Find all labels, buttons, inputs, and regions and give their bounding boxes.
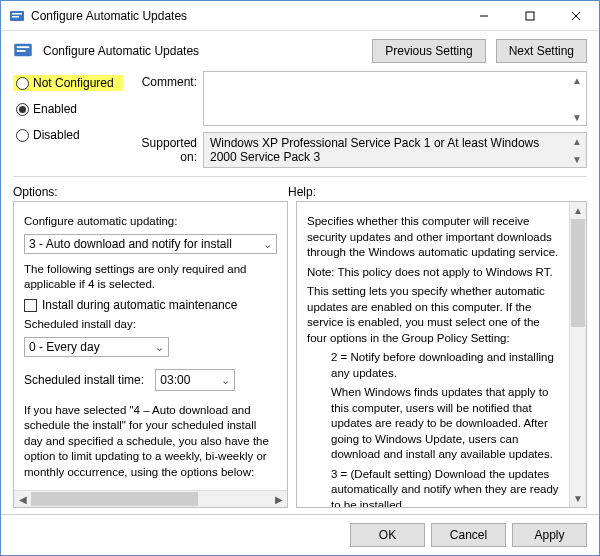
footer: OK Cancel Apply [1, 514, 599, 555]
dropdown-value: 3 - Auto download and notify for install [29, 237, 232, 251]
dropdown-value: 03:00 [160, 372, 190, 388]
minimize-button[interactable] [461, 1, 507, 31]
options-footnote: If you have selected "4 – Auto download … [24, 403, 277, 481]
checkbox-icon [24, 299, 37, 312]
scroll-up-icon[interactable]: ▲ [569, 73, 585, 87]
comment-textarea[interactable]: ▲ ▼ [203, 71, 587, 126]
supported-on-field: Windows XP Professional Service Pack 1 o… [203, 132, 587, 168]
supported-on-label: Supported on: [123, 136, 203, 164]
scheduled-time-dropdown[interactable]: 03:00 [155, 369, 235, 391]
svg-rect-1 [12, 13, 22, 15]
help-text: 3 = (Default setting) Download the updat… [307, 467, 559, 507]
radio-icon [16, 77, 29, 90]
window-title: Configure Automatic Updates [31, 9, 461, 23]
titlebar: Configure Automatic Updates [1, 1, 599, 31]
radio-disabled[interactable]: Disabled [13, 127, 123, 143]
ok-button[interactable]: OK [350, 523, 425, 547]
dropdown-value: 0 - Every day [29, 340, 100, 354]
scroll-left-icon[interactable]: ◀ [14, 491, 31, 507]
configure-updating-dropdown[interactable]: 3 - Auto download and notify for install [24, 234, 277, 254]
chevron-down-icon [263, 237, 272, 251]
close-button[interactable] [553, 1, 599, 31]
help-body: Specifies whether this computer will rec… [297, 202, 569, 507]
checkbox-label: Install during automatic maintenance [42, 298, 237, 312]
install-maintenance-checkbox[interactable]: Install during automatic maintenance [24, 297, 277, 314]
help-text: Specifies whether this computer will rec… [307, 214, 559, 261]
scrollbar-track[interactable] [31, 491, 270, 507]
panels: Configure automatic updating: 3 - Auto d… [1, 201, 599, 514]
header-icon [13, 40, 33, 63]
svg-rect-9 [17, 50, 26, 52]
radio-label: Disabled [33, 128, 80, 142]
previous-setting-button[interactable]: Previous Setting [372, 39, 485, 63]
chevron-down-icon [155, 340, 164, 354]
maximize-button[interactable] [507, 1, 553, 31]
help-text: When Windows finds updates that apply to… [307, 385, 559, 463]
scheduled-time-row: Scheduled install time: 03:00 [24, 365, 277, 399]
separator [13, 176, 587, 177]
scrollbar-thumb[interactable] [571, 219, 585, 327]
horizontal-scrollbar[interactable]: ◀ ▶ [14, 490, 287, 507]
options-panel: Configure automatic updating: 3 - Auto d… [13, 201, 288, 508]
scroll-up-icon[interactable]: ▲ [570, 202, 586, 219]
scheduled-time-label: Scheduled install time: [24, 373, 144, 387]
apply-button[interactable]: Apply [512, 523, 587, 547]
scroll-down-icon[interactable]: ▼ [569, 152, 585, 166]
scroll-down-icon[interactable]: ▼ [570, 490, 586, 507]
radio-label: Enabled [33, 102, 77, 116]
help-text: This setting lets you specify whether au… [307, 284, 559, 346]
help-label: Help: [288, 185, 316, 199]
help-panel: Specifies whether this computer will rec… [296, 201, 587, 508]
scrollbar-thumb[interactable] [31, 492, 198, 506]
page-title: Configure Automatic Updates [43, 44, 362, 58]
radio-not-configured[interactable]: Not Configured [13, 75, 123, 91]
options-note: The following settings are only required… [24, 262, 277, 293]
scheduled-day-label: Scheduled install day: [24, 317, 277, 333]
vertical-scrollbar[interactable]: ▲ ▼ [569, 202, 586, 507]
radio-icon [16, 129, 29, 142]
chevron-down-icon [221, 372, 230, 388]
header-row: Configure Automatic Updates Previous Set… [1, 31, 599, 71]
scrollbar-track[interactable] [570, 219, 586, 490]
scroll-down-icon[interactable]: ▼ [569, 110, 585, 124]
options-label: Options: [13, 185, 288, 199]
config-area: Not Configured Enabled Disabled Comment:… [1, 71, 599, 176]
svg-rect-2 [12, 16, 19, 18]
app-icon [9, 8, 25, 24]
radio-column: Not Configured Enabled Disabled [13, 71, 123, 168]
scheduled-day-dropdown[interactable]: 0 - Every day [24, 337, 169, 357]
next-setting-button[interactable]: Next Setting [496, 39, 587, 63]
supported-on-text: Windows XP Professional Service Pack 1 o… [210, 136, 580, 164]
cancel-button[interactable]: Cancel [431, 523, 506, 547]
svg-rect-4 [526, 12, 534, 20]
help-text: 2 = Notify before downloading and instal… [307, 350, 559, 381]
scroll-right-icon[interactable]: ▶ [270, 491, 287, 507]
configure-updating-label: Configure automatic updating: [24, 214, 277, 230]
panels-header: Options: Help: [1, 181, 599, 201]
radio-label: Not Configured [33, 76, 114, 90]
help-text: Note: This policy does not apply to Wind… [307, 265, 559, 281]
scroll-up-icon[interactable]: ▲ [569, 134, 585, 148]
options-body: Configure automatic updating: 3 - Auto d… [14, 202, 287, 490]
label-column: Comment: Supported on: [123, 71, 203, 168]
comment-label: Comment: [123, 75, 203, 89]
svg-rect-8 [17, 46, 30, 48]
window: Configure Automatic Updates Configure Au… [0, 0, 600, 556]
field-column: ▲ ▼ Windows XP Professional Service Pack… [203, 71, 587, 168]
radio-enabled[interactable]: Enabled [13, 101, 123, 117]
radio-icon [16, 103, 29, 116]
